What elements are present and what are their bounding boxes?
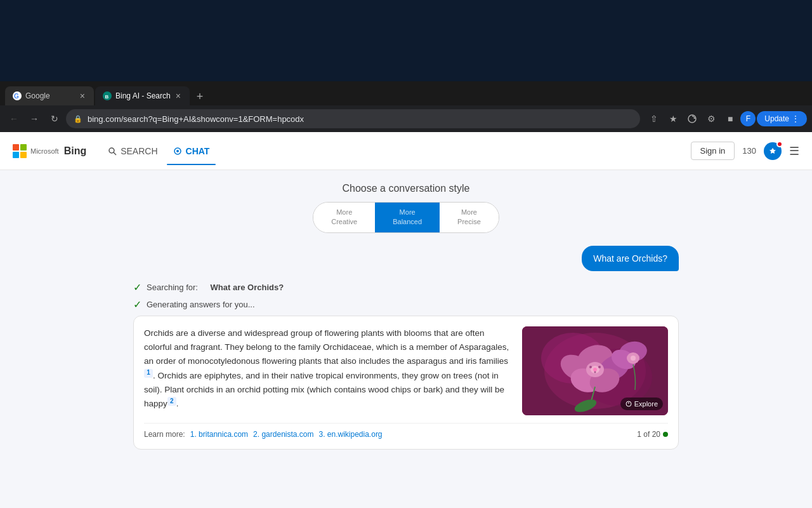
conversation-style-title: Choose a conversation style xyxy=(133,183,679,194)
svg-point-6 xyxy=(109,148,114,153)
extension-reload-icon[interactable] xyxy=(683,110,701,128)
bing-nav: SEARCH CHAT xyxy=(102,142,216,160)
bing-page: Microsoft Bing SEARCH CHAT Sign in 130 ☰ xyxy=(0,132,812,508)
update-chevron-icon: ⋮ xyxy=(792,114,799,123)
rewards-count: 130 xyxy=(742,146,756,156)
os-bar xyxy=(0,0,812,81)
balanced-top-label: More xyxy=(393,208,422,217)
svg-point-21 xyxy=(593,368,597,371)
chat-area: Choose a conversation style More Creativ… xyxy=(121,170,691,462)
explore-label: Explore xyxy=(634,400,658,408)
hamburger-menu-button[interactable]: ☰ xyxy=(789,144,799,158)
lock-icon: 🔒 xyxy=(74,115,82,123)
rewards-icon[interactable] xyxy=(764,142,782,160)
url-text: bing.com/search?q=Bing+AI&showconv=1&FOR… xyxy=(88,114,632,124)
learn-more-section: Learn more: 1. britannica.com 2. gardeni… xyxy=(144,423,668,439)
answer-card: Orchids are a diverse and widespread gro… xyxy=(133,316,679,450)
back-button[interactable]: ← xyxy=(5,110,23,128)
conversation-style-selector: Choose a conversation style More Creativ… xyxy=(133,183,679,233)
citation-2[interactable]: 2 xyxy=(167,397,176,406)
tab-google-title: Google xyxy=(25,91,75,100)
citation-1[interactable]: 1 xyxy=(144,369,153,378)
forward-button[interactable]: → xyxy=(25,110,43,128)
bing-header-right: Sign in 130 ☰ xyxy=(691,142,799,160)
sign-in-button[interactable]: Sign in xyxy=(691,142,735,160)
new-tab-button[interactable]: + xyxy=(191,88,209,105)
svg-point-22 xyxy=(589,366,592,368)
browser-chrome: G Google × B Bing AI - Search × + ← → ↻ … xyxy=(0,81,812,132)
browser-actions: ⇧ ★ ⚙ ■ F Update ⋮ xyxy=(645,110,807,128)
search-nav-item[interactable]: SEARCH xyxy=(102,142,164,160)
generating-status: ✓ Generating answers for you... xyxy=(133,298,679,311)
update-button[interactable]: Update ⋮ xyxy=(757,111,807,126)
source-link-3[interactable]: 3. en.wikipedia.org xyxy=(318,430,382,439)
svg-text:G: G xyxy=(14,93,19,100)
update-label: Update xyxy=(764,114,789,123)
source-link-2[interactable]: 2. gardenista.com xyxy=(253,430,313,439)
page-status-dot xyxy=(663,432,668,437)
tab-google-close[interactable]: × xyxy=(79,90,86,102)
search-nav-label: SEARCH xyxy=(121,146,157,156)
url-bar[interactable]: 🔒 bing.com/search?q=Bing+AI&showconv=1&F… xyxy=(66,109,640,128)
conversation-style-options: More Creative More Balanced More Precise xyxy=(313,202,499,233)
precise-style-button[interactable]: More Precise xyxy=(440,203,499,232)
page-count: 1 of 20 xyxy=(637,430,660,439)
svg-point-28 xyxy=(631,356,636,361)
tab-google[interactable]: G Google × xyxy=(5,86,94,105)
searching-label: Searching for: xyxy=(147,283,198,292)
rewards-notification-dot xyxy=(776,141,783,147)
sync-icon xyxy=(687,114,697,124)
answer-text-part3: . xyxy=(176,399,179,409)
bing-text: Bing xyxy=(64,145,87,157)
user-message-bubble: What are Orchids? xyxy=(582,246,679,271)
tab-bing[interactable]: B Bing AI - Search × xyxy=(95,86,190,105)
searching-query: What are Orchids? xyxy=(211,283,284,292)
search-nav-icon xyxy=(108,147,117,156)
extensions-button[interactable]: ⚙ xyxy=(702,110,720,128)
svg-marker-31 xyxy=(627,402,629,404)
tab-bing-close[interactable]: × xyxy=(174,90,182,102)
answer-text: Orchids are a diverse and widespread gro… xyxy=(144,326,512,415)
chat-nav-icon xyxy=(173,147,182,156)
svg-line-7 xyxy=(114,152,116,155)
page-indicator: 1 of 20 xyxy=(637,430,668,439)
share-button[interactable]: ⇧ xyxy=(645,110,663,128)
tab-bing-title: Bing AI - Search xyxy=(115,91,171,100)
explore-button[interactable]: Explore xyxy=(620,398,663,410)
bookmark-button[interactable]: ★ xyxy=(664,110,682,128)
balanced-style-button[interactable]: More Balanced xyxy=(375,203,440,232)
google-favicon-icon: G xyxy=(13,91,22,100)
bing-header: Microsoft Bing SEARCH CHAT Sign in 130 ☰ xyxy=(0,132,812,170)
svg-point-9 xyxy=(176,150,179,152)
chat-nav-item[interactable]: CHAT xyxy=(167,142,216,160)
svg-text:B: B xyxy=(105,94,109,100)
bing-logo[interactable]: Microsoft Bing xyxy=(13,144,86,158)
source-link-1[interactable]: 1. britannica.com xyxy=(190,430,248,439)
answer-content: Orchids are a diverse and widespread gro… xyxy=(144,326,668,415)
answer-text-part2: . Orchids are epiphytes, and in their na… xyxy=(144,371,504,409)
trophy-icon xyxy=(768,147,777,156)
bing-favicon-icon: B xyxy=(103,91,112,100)
tab-bar: G Google × B Bing AI - Search × + xyxy=(0,81,812,105)
sidebar-button[interactable]: ■ xyxy=(721,110,739,128)
check-icon-generate: ✓ xyxy=(133,298,141,311)
answer-text-part1: Orchids are a diverse and widespread gro… xyxy=(144,328,509,366)
address-bar: ← → ↻ 🔒 bing.com/search?q=Bing+AI&showco… xyxy=(0,105,812,132)
microsoft-text: Microsoft xyxy=(30,147,59,155)
learn-more-label: Learn more: xyxy=(144,430,185,439)
orchid-image: Explore xyxy=(522,326,668,415)
microsoft-logo-icon xyxy=(13,144,27,158)
creative-top-label: More xyxy=(331,208,357,217)
balanced-bottom-label: Balanced xyxy=(393,217,422,227)
chat-nav-label: CHAT xyxy=(186,146,210,156)
searching-status: ✓ Searching for: What are Orchids? xyxy=(133,281,679,293)
reload-button[interactable]: ↻ xyxy=(46,110,63,128)
precise-bottom-label: Precise xyxy=(457,217,481,227)
check-icon-search: ✓ xyxy=(133,281,141,293)
user-message-area: What are Orchids? xyxy=(133,246,679,271)
creative-style-button[interactable]: More Creative xyxy=(313,203,375,232)
generating-label: Generating answers for you... xyxy=(147,300,255,309)
compass-icon xyxy=(625,401,632,407)
profile-button[interactable]: F xyxy=(740,111,756,126)
svg-point-24 xyxy=(594,371,596,373)
